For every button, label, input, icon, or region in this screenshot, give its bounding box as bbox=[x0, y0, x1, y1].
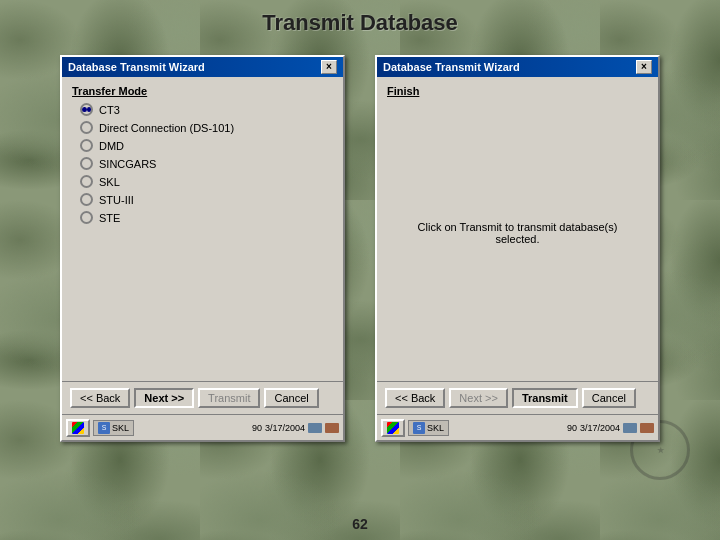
taskbar-skl-right[interactable]: S SKL bbox=[408, 420, 449, 436]
windows-flag-icon-right bbox=[387, 422, 399, 434]
dialog-left-body: Transfer Mode CT3 Direct Connection (DS-… bbox=[62, 77, 343, 377]
dialog-right-transmit-button[interactable]: Transmit bbox=[512, 388, 578, 408]
dialog-right-cancel-button[interactable]: Cancel bbox=[582, 388, 636, 408]
radio-item-dmd[interactable]: DMD bbox=[80, 139, 333, 152]
dialog-left-transmit-button[interactable]: Transmit bbox=[198, 388, 260, 408]
radio-label-stu3: STU-III bbox=[99, 194, 134, 206]
finish-text: Click on Transmit to transmit database(s… bbox=[397, 221, 638, 245]
radio-label-sincgars: SINCGARS bbox=[99, 158, 156, 170]
radio-item-ste[interactable]: STE bbox=[80, 211, 333, 224]
dialog-right-section-label: Finish bbox=[387, 85, 648, 97]
taskbar-date-left: 90 3/17/2004 bbox=[252, 423, 339, 433]
radio-label-ct3: CT3 bbox=[99, 104, 120, 116]
dialog-left-title: Database Transmit Wizard bbox=[68, 61, 205, 73]
dialog-left: Database Transmit Wizard × Transfer Mode… bbox=[60, 55, 345, 442]
dialogs-container: Database Transmit Wizard × Transfer Mode… bbox=[0, 55, 720, 442]
dialog-right-taskbar: S SKL 90 3/17/2004 bbox=[377, 414, 658, 440]
dialog-left-cancel-button[interactable]: Cancel bbox=[264, 388, 318, 408]
taskbar-skl-left[interactable]: S SKL bbox=[93, 420, 134, 436]
page-number: 62 bbox=[0, 516, 720, 532]
radio-ct3[interactable] bbox=[80, 103, 93, 116]
dialog-left-footer: << Back Next >> Transmit Cancel bbox=[62, 381, 343, 414]
dialog-right: Database Transmit Wizard × Finish Click … bbox=[375, 55, 660, 442]
taskbar-date-right: 90 3/17/2004 bbox=[567, 423, 654, 433]
start-button-right[interactable] bbox=[381, 419, 405, 437]
radio-item-sincgars[interactable]: SINCGARS bbox=[80, 157, 333, 170]
taskbar-date-text-left: 3/17/2004 bbox=[265, 423, 305, 433]
dialog-right-close-button[interactable]: × bbox=[636, 60, 652, 74]
start-button-left[interactable] bbox=[66, 419, 90, 437]
network-icon-left bbox=[308, 423, 322, 433]
dialog-right-titlebar: Database Transmit Wizard × bbox=[377, 57, 658, 77]
dialog-left-next-button[interactable]: Next >> bbox=[134, 388, 194, 408]
dialog-right-footer: << Back Next >> Transmit Cancel bbox=[377, 381, 658, 414]
radio-label-ste: STE bbox=[99, 212, 120, 224]
network-icon-right bbox=[623, 423, 637, 433]
dialog-left-taskbar: S SKL 90 3/17/2004 bbox=[62, 414, 343, 440]
dialog-right-title: Database Transmit Wizard bbox=[383, 61, 520, 73]
copy-icon-right bbox=[640, 423, 654, 433]
dialog-right-back-button[interactable]: << Back bbox=[385, 388, 445, 408]
dialog-left-back-button[interactable]: << Back bbox=[70, 388, 130, 408]
radio-label-direct: Direct Connection (DS-101) bbox=[99, 122, 234, 134]
dialog-left-section-label: Transfer Mode bbox=[72, 85, 333, 97]
skl-icon-right: S bbox=[413, 422, 425, 434]
taskbar-number-right: 90 bbox=[567, 423, 577, 433]
windows-flag-icon-left bbox=[72, 422, 84, 434]
dialog-right-next-button[interactable]: Next >> bbox=[449, 388, 508, 408]
dialog-left-titlebar: Database Transmit Wizard × bbox=[62, 57, 343, 77]
copy-icon-left bbox=[325, 423, 339, 433]
taskbar-skl-label-left: SKL bbox=[112, 423, 129, 433]
finish-body: Click on Transmit to transmit database(s… bbox=[387, 103, 648, 363]
radio-item-ct3[interactable]: CT3 bbox=[80, 103, 333, 116]
dialog-right-body: Finish Click on Transmit to transmit dat… bbox=[377, 77, 658, 377]
taskbar-date-text-right: 3/17/2004 bbox=[580, 423, 620, 433]
radio-sincgars[interactable] bbox=[80, 157, 93, 170]
radio-item-stu3[interactable]: STU-III bbox=[80, 193, 333, 206]
radio-dmd[interactable] bbox=[80, 139, 93, 152]
skl-icon-left: S bbox=[98, 422, 110, 434]
page-title: Transmit Database bbox=[0, 10, 720, 36]
radio-label-dmd: DMD bbox=[99, 140, 124, 152]
radio-group: CT3 Direct Connection (DS-101) DMD SINCG… bbox=[80, 103, 333, 224]
radio-label-skl: SKL bbox=[99, 176, 120, 188]
radio-item-direct[interactable]: Direct Connection (DS-101) bbox=[80, 121, 333, 134]
taskbar-number-left: 90 bbox=[252, 423, 262, 433]
radio-item-skl[interactable]: SKL bbox=[80, 175, 333, 188]
radio-stu3[interactable] bbox=[80, 193, 93, 206]
radio-skl[interactable] bbox=[80, 175, 93, 188]
radio-direct[interactable] bbox=[80, 121, 93, 134]
taskbar-skl-label-right: SKL bbox=[427, 423, 444, 433]
radio-ste[interactable] bbox=[80, 211, 93, 224]
dialog-left-close-button[interactable]: × bbox=[321, 60, 337, 74]
